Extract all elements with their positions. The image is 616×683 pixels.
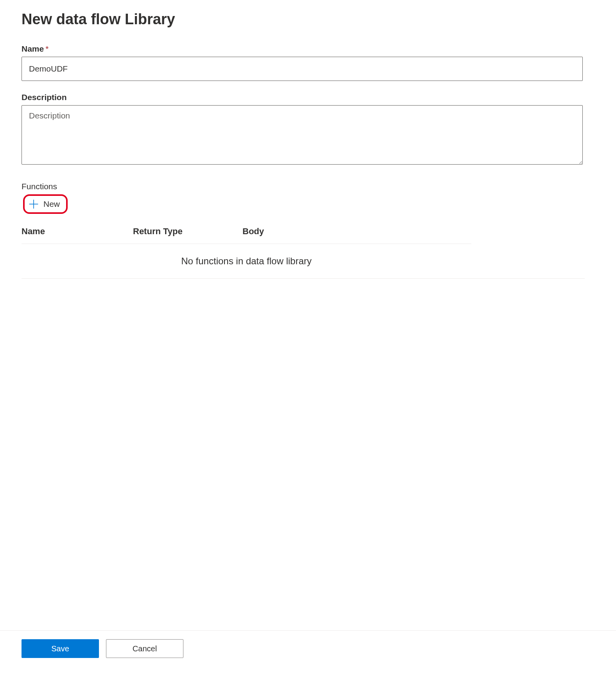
column-header-body: Body bbox=[242, 221, 471, 244]
name-label-text: Name bbox=[22, 44, 44, 53]
new-button-label: New bbox=[43, 199, 60, 209]
description-textarea[interactable] bbox=[22, 105, 583, 165]
table-divider bbox=[22, 278, 585, 279]
required-asterisk: * bbox=[45, 44, 48, 53]
page-title: New data flow Library bbox=[22, 11, 594, 28]
functions-empty-message: No functions in data flow library bbox=[22, 244, 471, 279]
functions-table: Name Return Type Body No functions in da… bbox=[22, 221, 471, 278]
plus-icon bbox=[29, 199, 39, 209]
cancel-button[interactable]: Cancel bbox=[106, 639, 183, 658]
functions-label: Functions bbox=[22, 182, 594, 191]
functions-empty-row: No functions in data flow library bbox=[22, 244, 471, 279]
column-header-name: Name bbox=[22, 221, 133, 244]
footer: Save Cancel bbox=[0, 630, 616, 658]
column-header-return-type: Return Type bbox=[133, 221, 242, 244]
description-label: Description bbox=[22, 93, 594, 102]
save-button[interactable]: Save bbox=[22, 639, 99, 658]
description-field-group: Description bbox=[22, 93, 594, 166]
new-function-button[interactable]: New bbox=[26, 197, 62, 211]
new-button-annotation: New bbox=[23, 194, 68, 214]
name-field-group: Name* bbox=[22, 44, 594, 81]
functions-section: Functions New Name Return Type B bbox=[22, 182, 594, 279]
name-input[interactable] bbox=[22, 57, 583, 81]
name-label: Name* bbox=[22, 44, 594, 54]
functions-table-header-row: Name Return Type Body bbox=[22, 221, 471, 244]
